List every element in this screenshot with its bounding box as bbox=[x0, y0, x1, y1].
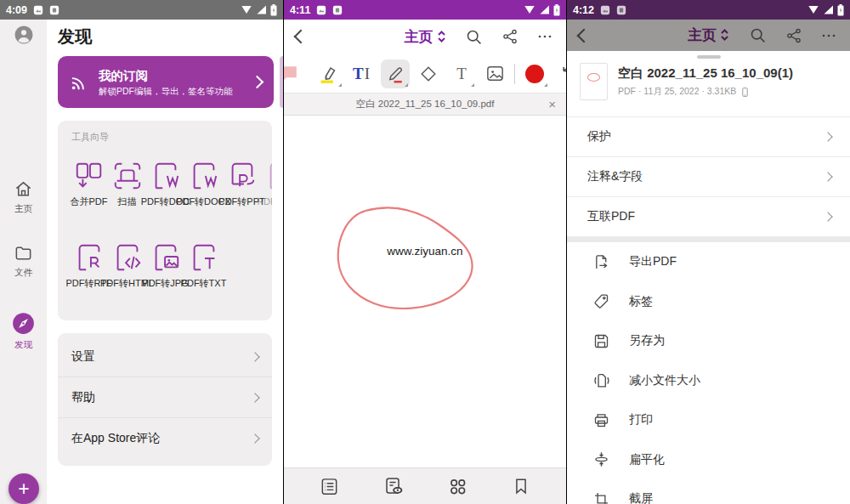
tool-pdf-to-jpg[interactable]: PDF转JPG bbox=[146, 241, 184, 290]
back-button[interactable] bbox=[294, 30, 309, 44]
help-item[interactable]: 帮助 bbox=[58, 377, 272, 417]
more-icon bbox=[821, 28, 836, 43]
avatar[interactable] bbox=[0, 25, 47, 48]
file-meta: PDF · 11月 25, 2022 · 3.31KB bbox=[618, 86, 736, 98]
tool-pdf-to-txt[interactable]: PDF转TXT bbox=[184, 241, 223, 290]
subscription-rss-icon bbox=[68, 71, 90, 93]
help-label: 帮助 bbox=[71, 390, 95, 405]
chevron-right-icon bbox=[823, 212, 832, 221]
share-icon[interactable] bbox=[502, 28, 518, 45]
battery-icon bbox=[270, 4, 277, 16]
view-settings-icon[interactable] bbox=[382, 475, 405, 497]
image-tool-button[interactable] bbox=[480, 59, 509, 88]
outline-list-icon[interactable] bbox=[319, 476, 340, 497]
eraser-tool-button[interactable] bbox=[414, 59, 443, 88]
pencil-tool-button-selected[interactable] bbox=[381, 59, 410, 88]
text-tool-button[interactable]: T bbox=[447, 59, 476, 88]
settings-card: 设置 帮助 在App Store评论 bbox=[58, 333, 272, 466]
reduce-file-size-row[interactable]: 减小文件大小 bbox=[567, 361, 850, 401]
compass-icon bbox=[12, 312, 35, 335]
section-rows: 保护 注释&字段 互联PDF 导出PDF 标签 bbox=[567, 116, 850, 504]
tags-label: 标签 bbox=[629, 294, 653, 309]
highlighter-tool-button[interactable] bbox=[314, 59, 343, 88]
screenshot-row[interactable]: 截屏 bbox=[567, 479, 850, 504]
subscription-banner[interactable]: 我的订阅 解锁PDF编辑，导出，签名等功能 bbox=[58, 56, 274, 108]
print-label: 打印 bbox=[629, 412, 653, 428]
back-button[interactable] bbox=[577, 28, 592, 42]
tool-pdf-to-html[interactable]: PDF转HTML bbox=[108, 241, 146, 290]
file-info-row: 空白 2022_11_25 16_10_09(1) PDF · 11月 25, … bbox=[580, 63, 842, 100]
tool-label: 合并PDF bbox=[71, 195, 108, 208]
review-item[interactable]: 在App Store评论 bbox=[58, 417, 272, 458]
thumbnails-grid-icon[interactable] bbox=[447, 476, 468, 497]
share-icon bbox=[785, 27, 802, 44]
status-bar: 4:09 bbox=[0, 0, 283, 20]
flatten-row[interactable]: 扁平化 bbox=[567, 440, 850, 480]
notification-app-icon bbox=[616, 5, 626, 15]
subscription-title: 我的订阅 bbox=[99, 68, 247, 84]
review-label: 在App Store评论 bbox=[71, 431, 160, 446]
save-as-row[interactable]: 另存为 bbox=[567, 321, 850, 361]
signal-icon bbox=[256, 5, 267, 14]
tool-merge-pdf[interactable]: 合并PDF bbox=[70, 160, 108, 208]
discover-sidebar: 主页 文件 发现 + bbox=[0, 20, 47, 504]
add-fab-button[interactable]: + bbox=[8, 473, 39, 504]
screenshot-stage: 4:09 主页 文件 发现 bbox=[0, 0, 850, 504]
tool-pdf-to-ppt[interactable]: PDF转PPT bbox=[223, 160, 261, 208]
pdf-to-xls-icon bbox=[264, 160, 273, 192]
save-as-label: 另存为 bbox=[629, 333, 665, 348]
file-thumbnail bbox=[580, 63, 608, 100]
reduce-size-icon bbox=[592, 371, 610, 389]
tool-pdf-to-docx[interactable]: PDF转DOCX bbox=[184, 160, 223, 208]
next-card-peek[interactable] bbox=[280, 56, 283, 108]
discover-screen: 4:09 主页 文件 发现 bbox=[0, 0, 283, 504]
wifi-icon bbox=[241, 5, 252, 14]
settings-item[interactable]: 设置 bbox=[58, 337, 272, 377]
comment-tool-button[interactable] bbox=[284, 59, 303, 88]
person-icon bbox=[14, 25, 34, 45]
more-icon[interactable] bbox=[537, 29, 552, 44]
edit-text-icon: T bbox=[353, 65, 364, 83]
export-pdf-label: 导出PDF bbox=[629, 254, 677, 269]
tags-row[interactable]: 标签 bbox=[567, 282, 850, 322]
plus-icon: + bbox=[18, 479, 29, 499]
status-bar: 4:11 bbox=[284, 0, 566, 20]
document-tab-title[interactable]: 空白 2022_11_25 16_10_09.pdf bbox=[284, 98, 566, 110]
color-picker-button[interactable] bbox=[520, 59, 549, 88]
document-actions-sheet: 空白 2022_11_25 16_10_09(1) PDF · 11月 25, … bbox=[567, 51, 850, 504]
undo-button[interactable] bbox=[554, 59, 566, 88]
thumbnail-annotation bbox=[587, 73, 600, 82]
sidebar-label: 主页 bbox=[0, 203, 47, 215]
sidebar-item-files[interactable]: 文件 bbox=[0, 243, 47, 279]
ink-annotation-circle bbox=[284, 116, 566, 467]
sidebar-item-discover[interactable]: 发现 bbox=[0, 312, 47, 351]
flatten-label: 扁平化 bbox=[629, 452, 665, 467]
nav-title[interactable]: 主页 bbox=[405, 29, 434, 45]
sidebar-label: 文件 bbox=[0, 267, 47, 279]
notification-app-icon bbox=[49, 5, 60, 15]
pdf-canvas[interactable]: www.ziyuan.cn bbox=[284, 116, 566, 467]
edit-text-tool-button[interactable]: TI bbox=[347, 59, 376, 88]
chevron-right-icon bbox=[250, 433, 259, 443]
search-icon[interactable] bbox=[465, 28, 483, 46]
tool-pdf-to-xls[interactable]: PDF转XLS bbox=[261, 160, 272, 208]
comments-fields-row[interactable]: 注释&字段 bbox=[567, 157, 850, 197]
close-tab-icon[interactable]: × bbox=[548, 98, 556, 110]
export-pdf-row[interactable]: 导出PDF bbox=[567, 242, 850, 282]
sidebar-item-home[interactable]: 主页 bbox=[0, 179, 47, 215]
notification-image-icon bbox=[33, 5, 43, 15]
text-tool-icon: T bbox=[456, 65, 467, 82]
long-press-indicator bbox=[471, 83, 474, 87]
pdf-to-txt-icon bbox=[188, 241, 220, 274]
pdf-to-rtf-icon bbox=[73, 241, 105, 274]
notification-image-icon bbox=[316, 5, 326, 15]
bookmark-icon[interactable] bbox=[511, 476, 531, 496]
long-press-indicator bbox=[405, 83, 408, 87]
chevron-right-icon bbox=[250, 393, 259, 402]
drag-handle[interactable] bbox=[697, 55, 721, 59]
tools-card: 工具向导 合并PDF 扫描 PDF转DOC PDF转DOCX bbox=[58, 121, 272, 320]
print-row[interactable]: 打印 bbox=[567, 400, 850, 440]
settings-label: 设置 bbox=[71, 349, 95, 365]
protect-row[interactable]: 保护 bbox=[567, 117, 850, 157]
connected-pdf-row[interactable]: 互联PDF bbox=[567, 197, 850, 237]
